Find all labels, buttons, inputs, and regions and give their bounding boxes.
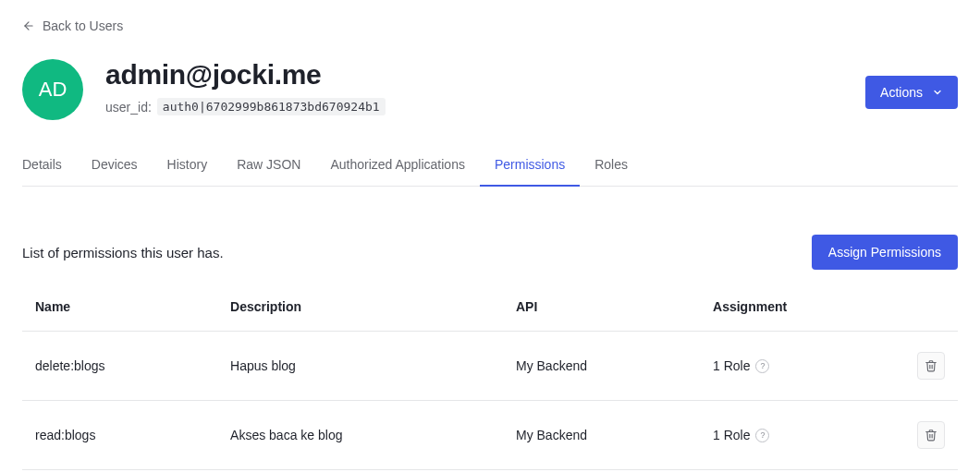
col-header-name: Name (22, 299, 219, 332)
tab-authorized-applications[interactable]: Authorized Applications (315, 157, 480, 187)
permissions-description: List of permissions this user has. (22, 245, 224, 260)
permission-api: My Backend (505, 401, 702, 470)
tab-devices[interactable]: Devices (77, 157, 153, 187)
permission-name: delete:blogs (22, 332, 219, 401)
user-id-value: auth0|6702999b861873bd670924b1 (157, 98, 386, 115)
tab-history[interactable]: History (153, 157, 223, 187)
permission-assignment: 1 Role (713, 358, 750, 373)
tab-details[interactable]: Details (22, 157, 77, 187)
col-header-description: Description (219, 299, 505, 332)
arrow-left-icon (22, 19, 35, 32)
back-to-users-link[interactable]: Back to Users (22, 18, 123, 33)
actions-button-label: Actions (880, 85, 923, 100)
trash-icon (925, 359, 937, 372)
tabs: Details Devices History Raw JSON Authori… (22, 157, 958, 187)
avatar: AD (22, 59, 83, 120)
permission-description: Akses baca ke blog (219, 401, 505, 470)
page-title: admin@jocki.me (105, 59, 386, 91)
actions-button[interactable]: Actions (865, 76, 958, 109)
delete-permission-button[interactable] (917, 352, 945, 380)
table-row: delete:blogs Hapus blog My Backend 1 Rol… (22, 332, 958, 401)
permission-api: My Backend (505, 332, 702, 401)
permission-assignment: 1 Role (713, 428, 750, 442)
table-row: read:blogs Akses baca ke blog My Backend… (22, 401, 958, 470)
help-icon[interactable]: ? (755, 429, 769, 442)
tab-permissions[interactable]: Permissions (480, 157, 580, 187)
assign-permissions-button[interactable]: Assign Permissions (812, 235, 958, 270)
col-header-api: API (505, 299, 702, 332)
permission-name: read:blogs (22, 401, 219, 470)
tab-roles[interactable]: Roles (580, 157, 643, 187)
permissions-table: Name Description API Assignment delete:b… (22, 299, 958, 470)
tab-raw-json[interactable]: Raw JSON (222, 157, 315, 187)
delete-permission-button[interactable] (917, 421, 945, 449)
user-id-label: user_id: (105, 100, 152, 115)
back-link-label: Back to Users (43, 18, 123, 33)
col-header-assignment: Assignment (702, 299, 899, 332)
permission-description: Hapus blog (219, 332, 505, 401)
avatar-initials: AD (39, 78, 67, 102)
chevron-down-icon (932, 87, 943, 98)
trash-icon (925, 429, 937, 442)
help-icon[interactable]: ? (755, 359, 769, 373)
